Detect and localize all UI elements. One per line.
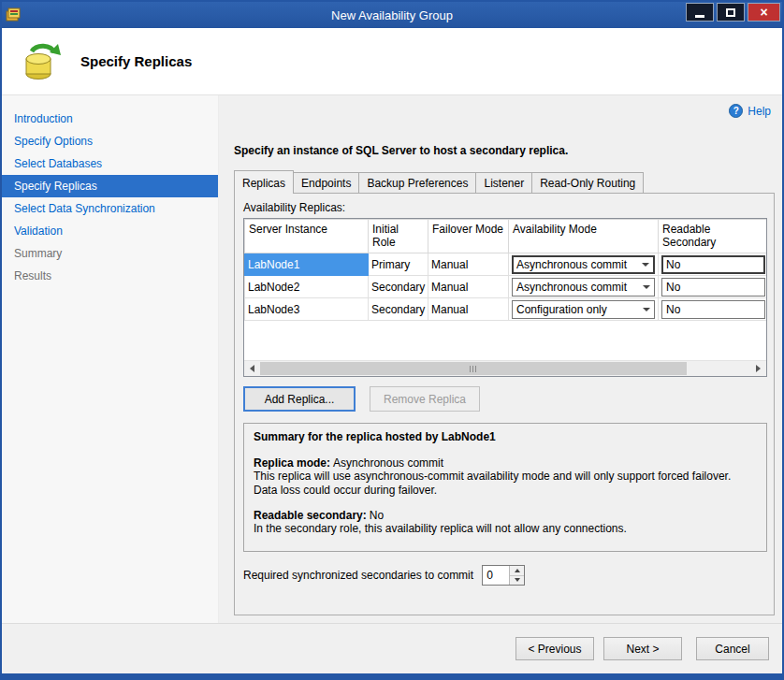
sidebar-item-summary: Summary (2, 242, 218, 265)
maximize-button[interactable] (717, 3, 745, 22)
cell-readable-secondary: No (659, 276, 768, 298)
table-row[interactable]: LabNode3 Secondary Manual Configuration … (245, 298, 768, 321)
replica-mode-line: Replica mode:Asynchronous commit (254, 456, 757, 470)
cell-readable-secondary: No (659, 298, 768, 321)
replica-summary-panel: Summary for the replica hosted by LabNod… (243, 423, 767, 552)
wizard-steps-sidebar: Introduction Specify Options Select Data… (2, 95, 219, 623)
dropdown-value: Configuration only (516, 303, 607, 316)
window: New Availability Group × Specify Replica… (0, 0, 784, 680)
minimize-icon (695, 15, 704, 18)
availability-mode-dropdown[interactable]: Asynchronous commit (512, 278, 655, 297)
replica-mode-description: This replica will use asynchronous-commi… (254, 470, 757, 497)
readable-secondary-description: In the secondary role, this availability… (254, 522, 757, 536)
spinner-down-button[interactable] (510, 576, 524, 586)
close-button[interactable]: × (748, 3, 780, 22)
tab-read-only-routing[interactable]: Read-Only Routing (531, 172, 644, 193)
arrow-down-icon (515, 578, 520, 582)
readable-secondary-dropdown[interactable]: No (661, 300, 765, 319)
horizontal-scrollbar[interactable] (244, 360, 766, 376)
chevron-down-icon (639, 279, 654, 296)
scroll-right-button[interactable] (750, 361, 766, 376)
column-header-server-instance: Server Instance (245, 220, 369, 253)
spinner-up-button[interactable] (510, 566, 524, 576)
required-secondaries-spinner (482, 565, 525, 586)
maximize-icon (726, 8, 735, 17)
previous-button[interactable]: < Previous (515, 637, 594, 660)
cell-failover-mode: Manual (428, 276, 509, 298)
availability-replicas-label: Availability Replicas: (243, 201, 765, 214)
readable-secondary-label: Readable secondary: (254, 509, 367, 522)
summary-title: Summary for the replica hosted by LabNod… (254, 430, 757, 443)
replicas-grid: Server Instance Initial Role Failover Mo… (243, 218, 767, 377)
grip-icon (475, 366, 476, 372)
chevron-down-icon (639, 301, 654, 318)
replicas-table: Server Instance Initial Role Failover Mo… (244, 219, 767, 321)
availability-mode-dropdown[interactable]: Asynchronous commit (512, 255, 655, 274)
wizard-footer: < Previous Next > Cancel (2, 623, 782, 673)
tab-strip: Replicas Endpoints Backup Preferences Li… (234, 170, 771, 193)
tab-endpoints[interactable]: Endpoints (293, 172, 359, 193)
remove-replica-button: Remove Replica (370, 386, 480, 412)
arrow-up-icon (515, 569, 520, 572)
chevron-down-icon (638, 257, 653, 272)
table-row[interactable]: LabNode2 Secondary Manual Asynchronous c… (245, 276, 768, 298)
sidebar-item-introduction[interactable]: Introduction (2, 108, 218, 130)
scrollbar-track[interactable] (260, 361, 750, 376)
help-row: ? Help (234, 103, 771, 119)
sidebar-item-results: Results (2, 265, 218, 287)
column-header-availability-mode: Availability Mode (509, 220, 659, 253)
add-replica-button[interactable]: Add Replica... (243, 386, 356, 412)
next-button[interactable]: Next > (603, 637, 682, 660)
required-secondaries-input[interactable] (483, 566, 509, 585)
help-icon: ? (729, 104, 743, 118)
cell-availability-mode: Asynchronous commit (509, 253, 659, 276)
column-header-initial-role: Initial Role (369, 220, 428, 253)
sidebar-item-select-data-synchronization[interactable]: Select Data Synchronization (2, 197, 218, 220)
replicas-tab-panel: Availability Replicas: Server Instance I… (234, 193, 775, 615)
table-row[interactable]: LabNode1 Primary Manual Asynchronous com… (245, 253, 768, 276)
sidebar-item-specify-options[interactable]: Specify Options (2, 130, 218, 152)
cell-initial-role: Secondary (369, 276, 428, 298)
cell-initial-role: Primary (369, 253, 428, 276)
availability-mode-dropdown[interactable]: Configuration only (512, 300, 655, 319)
tab-listener[interactable]: Listener (475, 172, 532, 193)
scrollbar-thumb[interactable] (260, 362, 687, 375)
sidebar-item-validation[interactable]: Validation (2, 220, 218, 242)
grip-icon (472, 366, 473, 372)
scroll-left-button[interactable] (244, 361, 260, 376)
spinner-buttons (509, 566, 524, 585)
readable-secondary-line: Readable secondary:No (254, 509, 757, 522)
cell-failover-mode: Manual (428, 253, 509, 276)
app-icon (6, 7, 22, 22)
minimize-button[interactable] (686, 3, 714, 22)
column-header-readable-secondary: Readable Secondary (659, 220, 768, 253)
cell-server-instance[interactable]: LabNode2 (245, 276, 369, 298)
readable-secondary-dropdown[interactable]: No (661, 255, 765, 274)
cell-server-instance[interactable]: LabNode3 (245, 298, 369, 321)
close-icon: × (760, 5, 767, 20)
cell-server-instance[interactable]: LabNode1 (245, 253, 369, 276)
dropdown-value: Asynchronous commit (516, 258, 627, 271)
required-secondaries-row: Required synchronized secondaries to com… (243, 565, 765, 586)
wizard-header: Specify Replicas (2, 28, 782, 95)
tab-backup-preferences[interactable]: Backup Preferences (358, 172, 476, 193)
help-link[interactable]: Help (748, 105, 771, 118)
column-header-failover-mode: Failover Mode (428, 220, 509, 253)
instruction-text: Specify an instance of SQL Server to hos… (234, 144, 771, 157)
cell-failover-mode: Manual (428, 298, 509, 321)
cell-initial-role: Secondary (369, 298, 428, 321)
window-title: New Availability Group (2, 8, 782, 22)
table-header-row: Server Instance Initial Role Failover Mo… (245, 220, 768, 253)
arrow-left-icon (250, 365, 254, 372)
arrow-right-icon (756, 365, 761, 372)
sidebar-item-specify-replicas[interactable]: Specify Replicas (2, 175, 218, 197)
required-secondaries-label: Required synchronized secondaries to com… (243, 569, 473, 582)
sidebar-item-select-databases[interactable]: Select Databases (2, 152, 218, 175)
tab-replicas[interactable]: Replicas (234, 170, 294, 194)
readable-secondary-value: No (370, 509, 384, 522)
main-content: ? Help Specify an instance of SQL Server… (219, 95, 782, 623)
readable-secondary-dropdown[interactable]: No (661, 278, 765, 297)
page-title: Specify Replicas (80, 53, 192, 69)
cancel-button[interactable]: Cancel (696, 637, 769, 660)
replica-mode-value: Asynchronous commit (333, 456, 443, 470)
